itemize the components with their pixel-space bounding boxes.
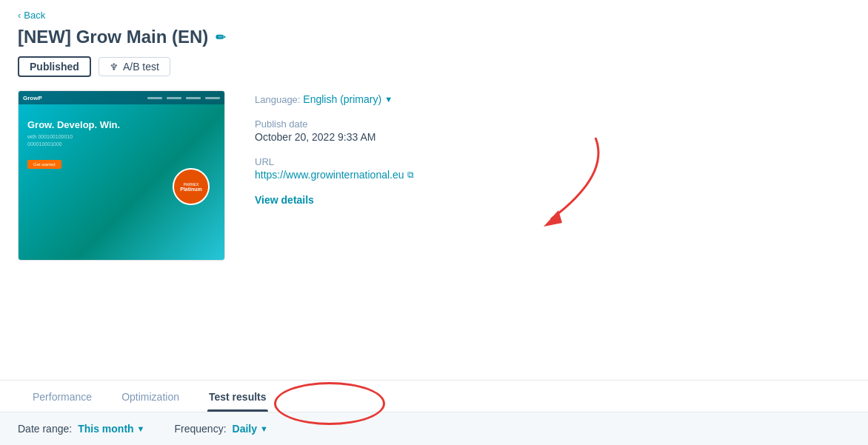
back-chevron-icon: ‹ [18, 10, 21, 21]
date-range-text: This month [78, 423, 133, 435]
nav-link-2 [167, 97, 181, 99]
external-link-icon: ⧉ [407, 170, 414, 180]
date-range-chevron-icon: ▼ [137, 424, 145, 433]
red-arrow-annotation [462, 130, 625, 249]
published-badge[interactable]: Published [18, 56, 91, 77]
preview-logo: GrowP [23, 95, 42, 101]
language-text: English (primary) [303, 93, 381, 105]
ab-test-label: A/B test [123, 61, 159, 73]
preview-hero-title: Grow. Develop. Win. [27, 119, 216, 130]
date-range-label: Date range: [18, 423, 72, 435]
preview-cta-button: Get started [27, 160, 61, 169]
tab-test-results[interactable]: Test results [194, 381, 281, 412]
ab-test-badge[interactable]: ♆ A/B test [99, 57, 170, 76]
page-title: [NEW] Grow Main (EN) ✏ [18, 27, 850, 47]
frequency-value[interactable]: Daily ▼ [233, 423, 268, 435]
url-text: https://www.growinternational.eu [255, 169, 404, 181]
preview-badge: PARNEX Platinum [173, 168, 210, 205]
publish-date-label: Publish date [255, 118, 850, 130]
frequency-text: Daily [233, 423, 257, 435]
preview-nav-links [147, 97, 220, 99]
ab-test-icon: ♆ [110, 61, 118, 73]
preview-nav: GrowP [19, 91, 224, 104]
badges-row: Published ♆ A/B test [18, 56, 850, 77]
content-area: GrowP Grow. Develop. Win. with 000100100… [0, 90, 868, 374]
details-area: Language: English (primary) ▼ Publish da… [255, 90, 850, 374]
language-chevron-icon: ▼ [384, 95, 393, 104]
page-wrapper: ‹ Back [NEW] Grow Main (EN) ✏ Published … [0, 0, 868, 445]
preview-inner: GrowP Grow. Develop. Win. with 000100100… [19, 91, 224, 260]
nav-link-1 [147, 97, 162, 99]
svg-marker-0 [544, 210, 562, 227]
view-details-row: View details [255, 194, 850, 206]
back-link[interactable]: ‹ Back [18, 10, 45, 21]
url-row: URL https://www.growinternational.eu ⧉ [255, 156, 850, 181]
tab-performance[interactable]: Performance [18, 381, 107, 412]
tabs-section: Performance Optimization Test results [0, 380, 868, 412]
back-label: Back [24, 10, 45, 21]
frequency-label: Frequency: [175, 423, 227, 435]
url-label: URL [255, 156, 850, 167]
page-title-text: [NEW] Grow Main (EN) [18, 27, 208, 47]
view-details-link[interactable]: View details [255, 194, 314, 206]
edit-icon[interactable]: ✏ [216, 30, 225, 44]
publish-date-value: October 20, 2022 9:33 AM [255, 131, 850, 143]
language-label: Language: [255, 94, 300, 105]
language-row: Language: English (primary) ▼ [255, 93, 850, 105]
tab-optimization[interactable]: Optimization [107, 381, 194, 412]
page-preview: GrowP Grow. Develop. Win. with 000100100… [18, 90, 225, 261]
bottom-bar: Date range: This month ▼ Frequency: Dail… [0, 412, 868, 445]
publish-date-row: Publish date October 20, 2022 9:33 AM [255, 118, 850, 143]
nav-link-3 [186, 97, 201, 99]
top-bar: ‹ Back [NEW] Grow Main (EN) ✏ Published … [0, 0, 868, 90]
nav-link-4 [205, 97, 220, 99]
preview-hero-subtitle: with 000100100010 000010001000 [27, 133, 216, 148]
tabs-row: Performance Optimization Test results [0, 381, 868, 412]
language-value[interactable]: English (primary) ▼ [303, 93, 393, 105]
url-value[interactable]: https://www.growinternational.eu ⧉ [255, 169, 414, 181]
frequency-chevron-icon: ▼ [260, 424, 268, 433]
date-range-value[interactable]: This month ▼ [78, 423, 144, 435]
